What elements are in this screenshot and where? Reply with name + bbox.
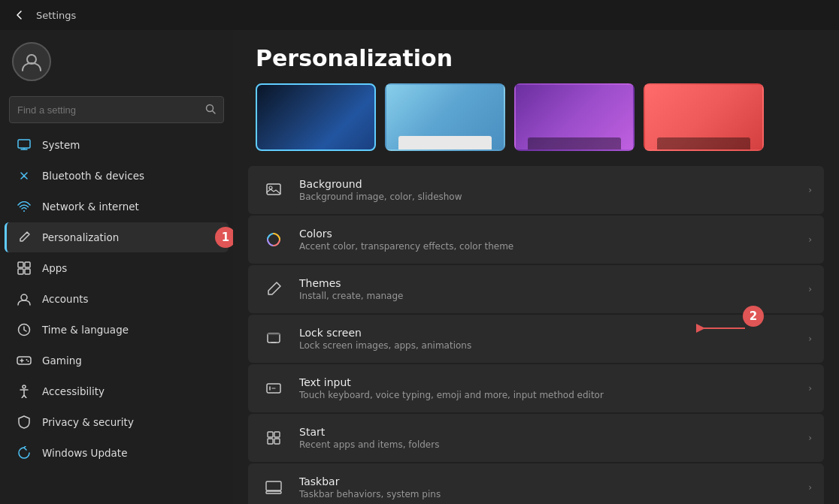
theme-thumb-3[interactable] — [514, 83, 635, 151]
theme-thumb-1[interactable] — [256, 83, 376, 151]
sidebar-item-label-bluetooth: Bluetooth & devices — [42, 170, 144, 182]
textinput-icon — [260, 375, 287, 402]
themes-chevron: › — [808, 284, 812, 294]
personalization-icon — [17, 230, 32, 245]
lockscreen-chevron: › — [808, 333, 812, 344]
settings-item-taskbar[interactable]: Taskbar Taskbar behaviors, system pins › — [248, 463, 824, 504]
colors-text: Colors Accent color, transparency effect… — [299, 228, 796, 252]
colors-icon — [260, 226, 287, 253]
svg-rect-8 — [18, 262, 23, 267]
colors-chevron: › — [808, 234, 812, 245]
svg-rect-31 — [274, 432, 280, 437]
sidebar-item-label-apps: Apps — [42, 262, 67, 274]
start-icon — [260, 424, 287, 451]
sidebar-item-label-time: Time & language — [42, 324, 129, 336]
sidebar-item-network[interactable]: Network & internet — [5, 192, 229, 222]
svg-point-6 — [23, 210, 25, 212]
background-subtitle: Background image, color, slideshow — [299, 192, 796, 202]
search-input[interactable] — [17, 104, 199, 116]
lockscreen-icon — [260, 325, 287, 352]
svg-rect-10 — [18, 269, 23, 274]
privacy-icon — [17, 415, 32, 430]
theme-preview-strip — [233, 83, 839, 166]
apps-icon — [17, 261, 32, 276]
search-box[interactable] — [9, 96, 224, 123]
svg-point-19 — [23, 385, 26, 388]
svg-rect-35 — [266, 491, 281, 493]
time-icon — [17, 322, 32, 337]
settings-item-start[interactable]: Start Recent apps and items, folders › — [248, 414, 824, 462]
bluetooth-icon — [17, 168, 32, 183]
svg-line-2 — [213, 110, 216, 113]
taskbar-title: Taskbar — [299, 475, 796, 487]
sidebar-item-system[interactable]: System — [5, 130, 229, 160]
sidebar-item-label-accounts: Accounts — [42, 293, 89, 305]
gaming-icon — [17, 353, 32, 368]
page-title: Personalization — [233, 30, 839, 83]
sidebar-item-label-personalization: Personalization — [42, 231, 119, 243]
thumb-3-taskbar — [528, 137, 622, 149]
themes-title: Themes — [299, 277, 796, 289]
settings-item-lockscreen[interactable]: Lock screen Lock screen images, apps, an… — [248, 315, 824, 363]
settings-item-textinput[interactable]: Text input Touch keyboard, voice typing,… — [248, 364, 824, 412]
sidebar-item-time[interactable]: Time & language — [5, 315, 229, 345]
settings-list: Background Background image, color, slid… — [233, 166, 839, 504]
nav-list: System Bluetooth & devices — [0, 129, 233, 469]
svg-point-21 — [269, 186, 272, 189]
sidebar-item-label-update: Windows Update — [42, 447, 127, 459]
background-icon — [260, 177, 287, 204]
svg-rect-30 — [268, 432, 273, 437]
settings-item-themes[interactable]: Themes Install, create, manage › — [248, 265, 824, 313]
svg-point-18 — [28, 361, 29, 362]
sidebar-item-apps[interactable]: Apps — [5, 253, 229, 283]
sidebar-item-accounts[interactable]: Accounts — [5, 284, 229, 314]
sidebar-item-label-accessibility: Accessibility — [42, 385, 104, 397]
sidebar-item-gaming[interactable]: Gaming — [5, 346, 229, 376]
settings-item-background[interactable]: Background Background image, color, slid… — [248, 166, 824, 214]
theme-thumb-4[interactable] — [644, 83, 764, 151]
settings-item-colors[interactable]: Colors Accent color, transparency effect… — [248, 216, 824, 264]
theme-thumb-2[interactable] — [385, 83, 505, 151]
background-chevron: › — [808, 185, 812, 195]
svg-rect-34 — [266, 481, 281, 490]
textinput-text: Text input Touch keyboard, voice typing,… — [299, 376, 796, 400]
svg-rect-24 — [268, 333, 280, 335]
svg-rect-11 — [25, 269, 30, 274]
system-icon — [17, 137, 32, 152]
svg-rect-3 — [18, 140, 30, 148]
themes-icon — [260, 276, 287, 303]
sidebar-item-label-network: Network & internet — [42, 201, 139, 213]
sidebar-item-accessibility[interactable]: Accessibility — [5, 376, 229, 406]
sidebar-item-label-gaming: Gaming — [42, 355, 82, 367]
back-button[interactable] — [9, 5, 30, 26]
sidebar-item-update[interactable]: Windows Update — [5, 438, 229, 468]
svg-rect-20 — [267, 184, 280, 195]
sidebar-item-privacy[interactable]: Privacy & security — [5, 407, 229, 437]
taskbar-subtitle: Taskbar behaviors, system pins — [299, 489, 796, 499]
textinput-title: Text input — [299, 376, 796, 388]
textinput-chevron: › — [808, 383, 812, 394]
avatar — [12, 42, 51, 81]
taskbar-icon — [260, 474, 287, 501]
sidebar-item-bluetooth[interactable]: Bluetooth & devices — [5, 161, 229, 191]
accessibility-icon — [17, 384, 32, 399]
user-profile[interactable] — [0, 30, 233, 93]
lockscreen-title: Lock screen — [299, 327, 796, 339]
start-subtitle: Recent apps and items, folders — [299, 439, 796, 450]
thumb-4-taskbar — [657, 137, 751, 149]
start-chevron: › — [808, 433, 812, 443]
svg-point-17 — [26, 359, 28, 361]
textinput-subtitle: Touch keyboard, voice typing, emoji and … — [299, 390, 796, 400]
sidebar-item-personalization[interactable]: Personalization 1 — [5, 222, 229, 252]
update-icon — [17, 445, 32, 460]
main-layout: System Bluetooth & devices — [0, 30, 839, 504]
thumb-2-taskbar — [398, 136, 492, 149]
background-title: Background — [299, 178, 796, 190]
start-title: Start — [299, 426, 796, 438]
sidebar-item-label-system: System — [42, 139, 80, 151]
themes-subtitle: Install, create, manage — [299, 291, 796, 301]
network-icon — [17, 199, 32, 214]
lockscreen-subtitle: Lock screen images, apps, animations — [299, 340, 796, 351]
search-icon — [205, 104, 216, 116]
start-text: Start Recent apps and items, folders — [299, 426, 796, 450]
